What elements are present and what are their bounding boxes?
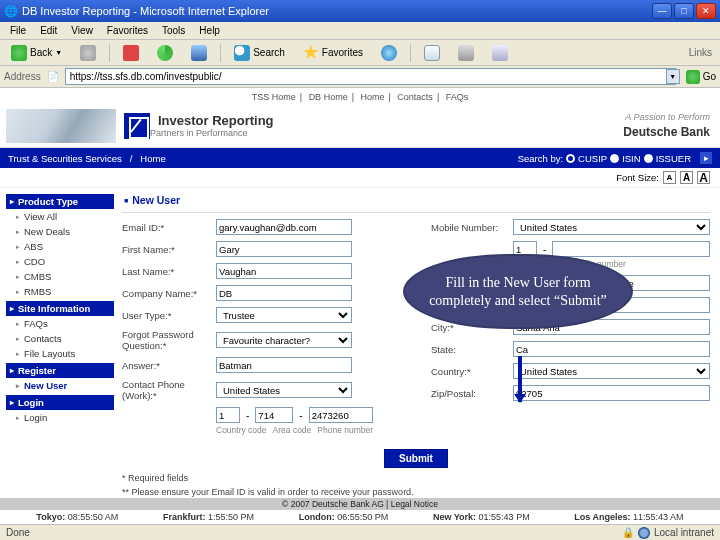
maximize-button[interactable]: □ — [674, 3, 694, 19]
menu-favorites[interactable]: Favorites — [101, 24, 154, 37]
field-input-5[interactable]: Favourite character? — [216, 332, 352, 348]
back-icon — [11, 45, 27, 61]
fontsize-label: Font Size: — [616, 172, 659, 183]
sidebar-item-cmbs[interactable]: CMBS — [6, 269, 114, 284]
field-input-2[interactable] — [216, 263, 352, 279]
favorites-button[interactable]: Favorites — [296, 42, 370, 64]
statusbar: Done 🔒 Local intranet — [0, 524, 720, 540]
sidebar-item-contacts[interactable]: Contacts — [6, 331, 114, 346]
field-label: Answer:* — [122, 360, 210, 371]
field-input-3[interactable] — [216, 285, 352, 301]
topnav-tsshome[interactable]: TSS Home — [248, 92, 300, 102]
radio-isin[interactable] — [610, 154, 619, 163]
sidebar-item-abs[interactable]: ABS — [6, 239, 114, 254]
topnav-home[interactable]: Home — [356, 92, 388, 102]
links-label[interactable]: Links — [685, 47, 716, 58]
sidebar-item-cdo[interactable]: CDO — [6, 254, 114, 269]
submit-button[interactable]: Submit — [384, 449, 448, 468]
instruction-callout: Fill in the New User form completely and… — [403, 254, 633, 329]
phone-num[interactable] — [309, 407, 373, 423]
topnav-dbhome[interactable]: DB Home — [305, 92, 352, 102]
field-input-r4[interactable]: United States — [513, 363, 710, 379]
required-note: * Required fields — [122, 472, 710, 486]
minimize-button[interactable]: — — [652, 3, 672, 19]
email-note: ** Please ensure your Email ID is valid … — [122, 486, 710, 500]
search-button[interactable]: Search — [227, 42, 292, 64]
field-label: Forgot Password Question:* — [122, 329, 210, 351]
banner: Investor Reporting Partners in Performan… — [0, 104, 720, 148]
world-clocks: Tokyo: 08:55:50 AMFrankfurt: 1:55:50 PML… — [0, 510, 720, 524]
edit-icon — [492, 45, 508, 61]
sidebar: Product TypeView AllNew DealsABSCDOCMBSR… — [0, 188, 118, 505]
field-input-r5[interactable] — [513, 385, 710, 401]
print-button[interactable] — [451, 42, 481, 64]
sidebar-item-rmbs[interactable]: RMBS — [6, 284, 114, 299]
fontsize-medium[interactable]: A — [680, 171, 693, 184]
media-button[interactable] — [374, 42, 404, 64]
form-title: New User — [122, 192, 710, 212]
sidebar-head-login: Login — [6, 395, 114, 410]
topnav-faqs[interactable]: FAQs — [442, 92, 473, 102]
status-text: Done — [6, 527, 30, 538]
field-label: Last Name:* — [122, 266, 210, 277]
search-go-icon[interactable]: ▸ — [700, 152, 712, 164]
phone-cc[interactable] — [216, 407, 240, 423]
phone-ac[interactable] — [255, 407, 293, 423]
stop-button[interactable] — [116, 42, 146, 64]
breadcrumb-page[interactable]: Home — [140, 153, 165, 164]
sidebar-item-view-all[interactable]: View All — [6, 209, 114, 224]
stop-icon — [123, 45, 139, 61]
form-area: New User Email ID:*First Name:*Last Name… — [118, 188, 720, 505]
fontsize-large[interactable]: A — [697, 171, 710, 184]
edit-button[interactable] — [485, 42, 515, 64]
mobile-country[interactable]: United States — [513, 219, 710, 235]
radio-issuer[interactable] — [644, 154, 653, 163]
field-input-1[interactable] — [216, 241, 352, 257]
fontsize-small[interactable]: A — [663, 171, 676, 184]
field-input-4[interactable]: Trustee — [216, 307, 352, 323]
field-label: Email ID:* — [122, 222, 210, 233]
radio-cusip[interactable] — [566, 154, 575, 163]
mobile-num[interactable] — [552, 241, 710, 257]
phone-country[interactable]: United States — [216, 382, 352, 398]
menu-view[interactable]: View — [65, 24, 99, 37]
banner-tagline: A Passion to Perform — [623, 112, 710, 122]
menu-edit[interactable]: Edit — [34, 24, 63, 37]
chevron-down-icon: ▼ — [55, 49, 62, 56]
clock-newyork: New York: 01:55:43 PM — [433, 512, 530, 522]
menu-tools[interactable]: Tools — [156, 24, 191, 37]
address-input[interactable] — [65, 68, 676, 85]
menu-help[interactable]: Help — [193, 24, 226, 37]
mail-button[interactable] — [417, 42, 447, 64]
banner-subtitle: Partners in Performance — [150, 128, 274, 138]
copyright: © 2007 Deutsche Bank AG | Legal Notice — [0, 498, 720, 510]
home-icon — [191, 45, 207, 61]
topnav-contacts[interactable]: Contacts — [393, 92, 437, 102]
sidebar-item-new-deals[interactable]: New Deals — [6, 224, 114, 239]
field-label: User Type:* — [122, 310, 210, 321]
search-by-label: Search by: — [518, 153, 563, 164]
home-button[interactable] — [184, 42, 214, 64]
field-input-0[interactable] — [216, 219, 352, 235]
go-icon — [686, 70, 700, 84]
back-button[interactable]: Back▼ — [4, 42, 69, 64]
close-button[interactable]: ✕ — [696, 3, 716, 19]
refresh-button[interactable] — [150, 42, 180, 64]
clock-losangeles: Los Angeles: 11:55:43 AM — [574, 512, 683, 522]
field-input-6[interactable] — [216, 357, 352, 373]
sidebar-item-faqs[interactable]: FAQs — [6, 316, 114, 331]
sidebar-item-login[interactable]: Login — [6, 410, 114, 425]
sidebar-item-new-user[interactable]: New User — [6, 378, 114, 393]
go-button[interactable]: Go — [686, 70, 716, 84]
sidebar-item-file-layouts[interactable]: File Layouts — [6, 346, 114, 361]
menu-file[interactable]: File — [4, 24, 32, 37]
forward-button[interactable] — [73, 42, 103, 64]
refresh-icon — [157, 45, 173, 61]
field-label-r: Country:* — [431, 366, 507, 377]
window-titlebar: 🌐 DB Investor Reporting - Microsoft Inte… — [0, 0, 720, 22]
lock-icon: 🔒 — [622, 527, 634, 538]
address-dropdown[interactable]: ▼ — [666, 69, 680, 84]
sidebar-head-product-type: Product Type — [6, 194, 114, 209]
field-input-r3[interactable] — [513, 341, 710, 357]
breadcrumb-section[interactable]: Trust & Securities Services — [8, 153, 122, 164]
